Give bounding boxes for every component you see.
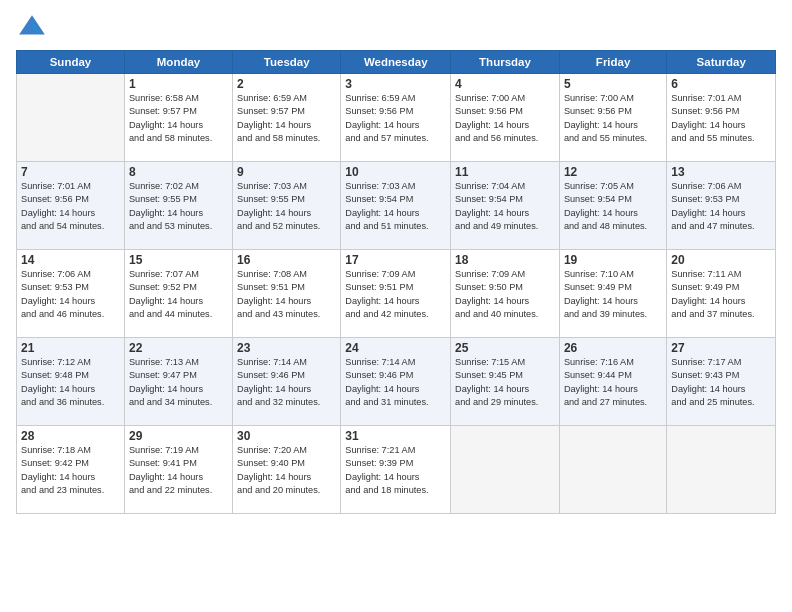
day-number: 30	[237, 429, 336, 443]
day-info: Sunrise: 7:06 AMSunset: 9:53 PMDaylight:…	[21, 268, 120, 321]
logo-icon	[16, 12, 48, 44]
day-number: 4	[455, 77, 555, 91]
day-number: 24	[345, 341, 446, 355]
day-number: 17	[345, 253, 446, 267]
calendar-cell-2-2: 16Sunrise: 7:08 AMSunset: 9:51 PMDayligh…	[233, 250, 341, 338]
calendar-cell-1-1: 8Sunrise: 7:02 AMSunset: 9:55 PMDaylight…	[124, 162, 232, 250]
day-info: Sunrise: 7:13 AMSunset: 9:47 PMDaylight:…	[129, 356, 228, 409]
header-wednesday: Wednesday	[341, 51, 451, 74]
calendar-cell-1-2: 9Sunrise: 7:03 AMSunset: 9:55 PMDaylight…	[233, 162, 341, 250]
day-info: Sunrise: 7:00 AMSunset: 9:56 PMDaylight:…	[455, 92, 555, 145]
calendar-week-0: 1Sunrise: 6:58 AMSunset: 9:57 PMDaylight…	[17, 74, 776, 162]
calendar-cell-4-4	[451, 426, 560, 514]
day-number: 11	[455, 165, 555, 179]
day-info: Sunrise: 6:58 AMSunset: 9:57 PMDaylight:…	[129, 92, 228, 145]
day-info: Sunrise: 7:19 AMSunset: 9:41 PMDaylight:…	[129, 444, 228, 497]
day-number: 1	[129, 77, 228, 91]
day-info: Sunrise: 6:59 AMSunset: 9:56 PMDaylight:…	[345, 92, 446, 145]
day-number: 21	[21, 341, 120, 355]
calendar-cell-0-4: 4Sunrise: 7:00 AMSunset: 9:56 PMDaylight…	[451, 74, 560, 162]
day-info: Sunrise: 7:11 AMSunset: 9:49 PMDaylight:…	[671, 268, 771, 321]
day-info: Sunrise: 7:10 AMSunset: 9:49 PMDaylight:…	[564, 268, 662, 321]
calendar-cell-4-6	[667, 426, 776, 514]
calendar-cell-0-0	[17, 74, 125, 162]
day-info: Sunrise: 7:16 AMSunset: 9:44 PMDaylight:…	[564, 356, 662, 409]
day-number: 2	[237, 77, 336, 91]
day-info: Sunrise: 7:17 AMSunset: 9:43 PMDaylight:…	[671, 356, 771, 409]
day-info: Sunrise: 7:09 AMSunset: 9:50 PMDaylight:…	[455, 268, 555, 321]
calendar-cell-1-5: 12Sunrise: 7:05 AMSunset: 9:54 PMDayligh…	[559, 162, 666, 250]
calendar-table: SundayMondayTuesdayWednesdayThursdayFrid…	[16, 50, 776, 514]
calendar-cell-3-2: 23Sunrise: 7:14 AMSunset: 9:46 PMDayligh…	[233, 338, 341, 426]
page: SundayMondayTuesdayWednesdayThursdayFrid…	[0, 0, 792, 612]
day-number: 31	[345, 429, 446, 443]
header-thursday: Thursday	[451, 51, 560, 74]
calendar-cell-3-0: 21Sunrise: 7:12 AMSunset: 9:48 PMDayligh…	[17, 338, 125, 426]
day-number: 6	[671, 77, 771, 91]
day-number: 27	[671, 341, 771, 355]
calendar-cell-3-6: 27Sunrise: 7:17 AMSunset: 9:43 PMDayligh…	[667, 338, 776, 426]
calendar-cell-1-0: 7Sunrise: 7:01 AMSunset: 9:56 PMDaylight…	[17, 162, 125, 250]
day-number: 10	[345, 165, 446, 179]
day-info: Sunrise: 7:14 AMSunset: 9:46 PMDaylight:…	[237, 356, 336, 409]
day-info: Sunrise: 7:09 AMSunset: 9:51 PMDaylight:…	[345, 268, 446, 321]
calendar-cell-4-2: 30Sunrise: 7:20 AMSunset: 9:40 PMDayligh…	[233, 426, 341, 514]
day-number: 8	[129, 165, 228, 179]
calendar-cell-4-3: 31Sunrise: 7:21 AMSunset: 9:39 PMDayligh…	[341, 426, 451, 514]
calendar-cell-0-2: 2Sunrise: 6:59 AMSunset: 9:57 PMDaylight…	[233, 74, 341, 162]
day-info: Sunrise: 7:05 AMSunset: 9:54 PMDaylight:…	[564, 180, 662, 233]
day-info: Sunrise: 7:00 AMSunset: 9:56 PMDaylight:…	[564, 92, 662, 145]
calendar-header-row: SundayMondayTuesdayWednesdayThursdayFrid…	[17, 51, 776, 74]
day-info: Sunrise: 7:07 AMSunset: 9:52 PMDaylight:…	[129, 268, 228, 321]
day-number: 14	[21, 253, 120, 267]
day-number: 29	[129, 429, 228, 443]
calendar-cell-2-5: 19Sunrise: 7:10 AMSunset: 9:49 PMDayligh…	[559, 250, 666, 338]
day-info: Sunrise: 7:03 AMSunset: 9:54 PMDaylight:…	[345, 180, 446, 233]
calendar-cell-1-3: 10Sunrise: 7:03 AMSunset: 9:54 PMDayligh…	[341, 162, 451, 250]
calendar-cell-2-1: 15Sunrise: 7:07 AMSunset: 9:52 PMDayligh…	[124, 250, 232, 338]
day-info: Sunrise: 7:14 AMSunset: 9:46 PMDaylight:…	[345, 356, 446, 409]
calendar-cell-2-3: 17Sunrise: 7:09 AMSunset: 9:51 PMDayligh…	[341, 250, 451, 338]
day-info: Sunrise: 7:08 AMSunset: 9:51 PMDaylight:…	[237, 268, 336, 321]
day-number: 13	[671, 165, 771, 179]
day-number: 16	[237, 253, 336, 267]
calendar-cell-1-4: 11Sunrise: 7:04 AMSunset: 9:54 PMDayligh…	[451, 162, 560, 250]
calendar-cell-4-1: 29Sunrise: 7:19 AMSunset: 9:41 PMDayligh…	[124, 426, 232, 514]
calendar-week-3: 21Sunrise: 7:12 AMSunset: 9:48 PMDayligh…	[17, 338, 776, 426]
calendar-cell-1-6: 13Sunrise: 7:06 AMSunset: 9:53 PMDayligh…	[667, 162, 776, 250]
calendar-cell-0-3: 3Sunrise: 6:59 AMSunset: 9:56 PMDaylight…	[341, 74, 451, 162]
day-info: Sunrise: 7:18 AMSunset: 9:42 PMDaylight:…	[21, 444, 120, 497]
day-info: Sunrise: 7:12 AMSunset: 9:48 PMDaylight:…	[21, 356, 120, 409]
calendar-cell-3-5: 26Sunrise: 7:16 AMSunset: 9:44 PMDayligh…	[559, 338, 666, 426]
day-number: 7	[21, 165, 120, 179]
day-info: Sunrise: 7:20 AMSunset: 9:40 PMDaylight:…	[237, 444, 336, 497]
calendar-cell-2-6: 20Sunrise: 7:11 AMSunset: 9:49 PMDayligh…	[667, 250, 776, 338]
header-saturday: Saturday	[667, 51, 776, 74]
calendar-cell-3-1: 22Sunrise: 7:13 AMSunset: 9:47 PMDayligh…	[124, 338, 232, 426]
day-info: Sunrise: 7:21 AMSunset: 9:39 PMDaylight:…	[345, 444, 446, 497]
day-number: 22	[129, 341, 228, 355]
day-number: 28	[21, 429, 120, 443]
day-info: Sunrise: 7:01 AMSunset: 9:56 PMDaylight:…	[21, 180, 120, 233]
calendar-week-1: 7Sunrise: 7:01 AMSunset: 9:56 PMDaylight…	[17, 162, 776, 250]
logo	[16, 12, 52, 44]
day-info: Sunrise: 7:01 AMSunset: 9:56 PMDaylight:…	[671, 92, 771, 145]
calendar-cell-4-0: 28Sunrise: 7:18 AMSunset: 9:42 PMDayligh…	[17, 426, 125, 514]
calendar-week-4: 28Sunrise: 7:18 AMSunset: 9:42 PMDayligh…	[17, 426, 776, 514]
day-number: 25	[455, 341, 555, 355]
calendar-cell-4-5	[559, 426, 666, 514]
day-number: 12	[564, 165, 662, 179]
calendar-cell-0-6: 6Sunrise: 7:01 AMSunset: 9:56 PMDaylight…	[667, 74, 776, 162]
header-friday: Friday	[559, 51, 666, 74]
day-number: 5	[564, 77, 662, 91]
calendar-cell-0-5: 5Sunrise: 7:00 AMSunset: 9:56 PMDaylight…	[559, 74, 666, 162]
calendar-cell-0-1: 1Sunrise: 6:58 AMSunset: 9:57 PMDaylight…	[124, 74, 232, 162]
calendar-cell-3-4: 25Sunrise: 7:15 AMSunset: 9:45 PMDayligh…	[451, 338, 560, 426]
day-info: Sunrise: 7:15 AMSunset: 9:45 PMDaylight:…	[455, 356, 555, 409]
header	[16, 12, 776, 44]
day-info: Sunrise: 7:02 AMSunset: 9:55 PMDaylight:…	[129, 180, 228, 233]
day-number: 20	[671, 253, 771, 267]
day-number: 18	[455, 253, 555, 267]
calendar-cell-3-3: 24Sunrise: 7:14 AMSunset: 9:46 PMDayligh…	[341, 338, 451, 426]
header-tuesday: Tuesday	[233, 51, 341, 74]
